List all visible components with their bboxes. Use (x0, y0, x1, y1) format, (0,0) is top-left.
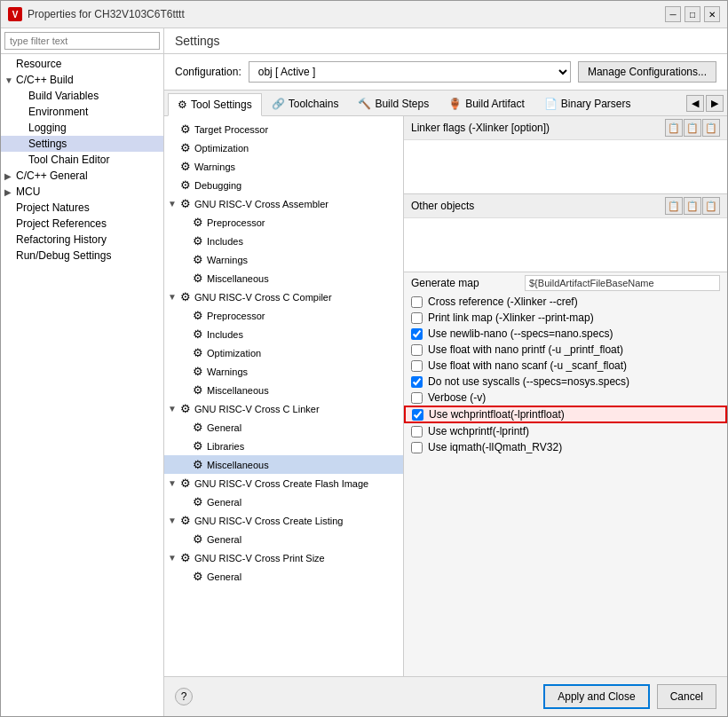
tab-nav-area: ◀ ▶ (686, 95, 724, 112)
linker-flags-add-button[interactable]: 📋 (665, 119, 683, 137)
sidebar-item-cpp-general[interactable]: ▶C/C++ General (1, 168, 163, 184)
tool-item-gnu-print-size[interactable]: ▼ ⚙ GNU RISC-V Cross Print Size (164, 548, 403, 567)
checkbox-wchprintf[interactable] (411, 426, 423, 437)
minimize-button[interactable]: ─ (665, 6, 681, 22)
sidebar-item-project-references[interactable]: Project References (1, 216, 163, 232)
tab-toolchains[interactable]: 🔗Toolchains (262, 92, 349, 115)
linker-flags-edit-button[interactable]: 📋 (684, 119, 701, 137)
sidebar-item-mcu[interactable]: ▶MCU (1, 184, 163, 200)
tab-nav-left[interactable]: ◀ (686, 95, 704, 112)
other-objects-add-button[interactable]: 📋 (665, 197, 683, 215)
sidebar-item-resource[interactable]: Resource (1, 56, 163, 72)
tool-item-linker-misc[interactable]: ⚙ Miscellaneous (164, 455, 403, 474)
tool-item-debugging[interactable]: ⚙ Debugging (164, 176, 403, 194)
config-label: Configuration: (175, 66, 241, 78)
tab-binary-parsers[interactable]: 📄Binary Parsers (534, 92, 641, 115)
sidebar-item-environment[interactable]: Environment (1, 104, 163, 120)
checkbox-label-verbose: Verbose (-v) (428, 391, 486, 404)
tool-item-gnu-c-compiler[interactable]: ▼ ⚙ GNU RISC-V Cross C Compiler (164, 288, 403, 306)
checkbox-row-newlib-nano: Use newlib-nano (--specs=nano.specs) (404, 326, 727, 342)
tool-gear-icon: ⚙ (180, 551, 191, 564)
apply-close-button[interactable]: Apply and Close (543, 684, 649, 709)
tool-gear-icon: ⚙ (180, 290, 191, 303)
config-select[interactable]: obj [ Active ] (249, 61, 571, 83)
tool-item-asm-includes[interactable]: ⚙ Includes (164, 232, 403, 250)
right-panel: Settings Configuration: obj [ Active ] M… (164, 28, 727, 716)
tool-item-flash-general[interactable]: ⚙ General (164, 492, 403, 511)
help-button[interactable]: ? (175, 688, 193, 705)
tool-item-gnu-assembler[interactable]: ▼ ⚙ GNU RISC-V Cross Assembler (164, 194, 403, 213)
checkbox-iqmath[interactable] (411, 442, 423, 453)
tool-item-label: Target Processor (194, 124, 268, 135)
tool-item-asm-misc[interactable]: ⚙ Miscellaneous (164, 269, 403, 288)
linker-flags-delete-button[interactable]: 📋 (702, 119, 720, 137)
expand-icon: ▶ (4, 187, 13, 197)
checkbox-row-print-link-map: Print link map (-Xlinker --print-map) (404, 310, 727, 326)
generate-map-input[interactable] (525, 275, 720, 291)
close-button[interactable]: ✕ (704, 6, 720, 22)
tool-item-c-misc[interactable]: ⚙ Miscellaneous (164, 381, 403, 399)
filter-input[interactable] (4, 32, 160, 50)
tab-build-artifact[interactable]: 🏺Build Artifact (439, 92, 534, 115)
sidebar-item-cpp-build[interactable]: ▼C/C++ Build (1, 72, 163, 88)
tool-item-c-warnings[interactable]: ⚙ Warnings (164, 362, 403, 381)
tool-gear-icon: ⚙ (193, 439, 203, 453)
sidebar-item-refactoring-history[interactable]: Refactoring History (1, 232, 163, 248)
tool-gear-icon: ⚙ (193, 327, 203, 341)
checkbox-wchprintfloat[interactable] (412, 409, 423, 421)
sidebar-item-project-natures[interactable]: Project Natures (1, 200, 163, 216)
tool-item-label: Includes (207, 329, 243, 340)
tool-item-c-optimization[interactable]: ⚙ Optimization (164, 343, 403, 362)
sidebar-item-toolchain-editor[interactable]: Tool Chain Editor (1, 152, 163, 168)
other-objects-edit-button[interactable]: 📋 (684, 197, 701, 215)
generate-map-row: Generate map (404, 272, 727, 294)
tool-item-asm-preprocessor[interactable]: ⚙ Preprocessor (164, 213, 403, 232)
tool-item-linker-general[interactable]: ⚙ General (164, 418, 403, 437)
tool-item-label: GNU RISC-V Cross Assembler (194, 199, 328, 209)
tool-item-optimization[interactable]: ⚙ Optimization (164, 138, 403, 157)
other-objects-delete-button[interactable]: 📋 (702, 197, 720, 215)
title-bar: V Properties for CH32V103C6T6tttt ─ □ ✕ (1, 1, 727, 28)
tab-nav-right[interactable]: ▶ (706, 95, 724, 112)
bottom-bar: ? Apply and Close Cancel (164, 676, 727, 716)
cancel-button[interactable]: Cancel (657, 684, 716, 709)
sidebar-item-run-debug[interactable]: Run/Debug Settings (1, 248, 163, 264)
tool-item-label: Miscellaneous (207, 273, 269, 284)
tool-item-label: GNU RISC-V Cross Create Flash Image (194, 478, 368, 489)
tab-tool-settings[interactable]: ⚙Tool Settings (168, 93, 262, 116)
tool-item-listing-general[interactable]: ⚙ General (164, 530, 403, 548)
checkbox-float-scanf[interactable] (411, 360, 423, 372)
tool-item-c-includes[interactable]: ⚙ Includes (164, 325, 403, 343)
sidebar-item-settings[interactable]: Settings (1, 136, 163, 152)
properties-window: V Properties for CH32V103C6T6tttt ─ □ ✕ … (0, 0, 728, 717)
checkbox-label-no-syscalls: Do not use syscalls (--specs=nosys.specs… (428, 375, 629, 388)
tab-build-steps[interactable]: 🔨Build Steps (348, 92, 439, 115)
tool-item-gnu-c-linker[interactable]: ▼ ⚙ GNU RISC-V Cross C Linker (164, 399, 403, 418)
maximize-button[interactable]: □ (684, 6, 700, 22)
checkbox-print-link-map[interactable] (411, 312, 423, 324)
manage-configurations-button[interactable]: Manage Configurations... (578, 61, 716, 83)
checkbox-float-printf[interactable] (411, 344, 423, 356)
other-objects-actions: 📋 📋 📋 (665, 197, 720, 215)
sidebar-item-build-vars[interactable]: Build Variables (1, 88, 163, 104)
bottom-left: ? (175, 688, 193, 705)
tool-expand-icon: ▼ (168, 478, 177, 488)
checkbox-newlib-nano[interactable] (411, 328, 423, 340)
sidebar-item-logging[interactable]: Logging (1, 120, 163, 136)
tool-item-label: Miscellaneous (207, 385, 269, 396)
tool-item-target-processor[interactable]: ⚙ Target Processor (164, 120, 403, 138)
tool-item-gnu-listing[interactable]: ▼ ⚙ GNU RISC-V Cross Create Listing (164, 511, 403, 530)
tool-item-size-general[interactable]: ⚙ General (164, 567, 403, 586)
sidebar-item-label: Resource (16, 58, 61, 70)
tool-item-label: Preprocessor (207, 217, 265, 228)
sidebar-item-label: Refactoring History (16, 233, 107, 246)
checkbox-verbose[interactable] (411, 392, 423, 404)
checkbox-no-syscalls[interactable] (411, 376, 423, 388)
checkbox-cross-reference[interactable] (411, 296, 423, 308)
tool-item-linker-libraries[interactable]: ⚙ Libraries (164, 437, 403, 455)
tool-item-c-preprocessor[interactable]: ⚙ Preprocessor (164, 306, 403, 325)
tool-item-gnu-flash[interactable]: ▼ ⚙ GNU RISC-V Cross Create Flash Image (164, 474, 403, 492)
tool-item-warnings[interactable]: ⚙ Warnings (164, 157, 403, 176)
tool-item-asm-warnings[interactable]: ⚙ Warnings (164, 250, 403, 269)
tab-icon-toolchains: 🔗 (272, 98, 285, 110)
